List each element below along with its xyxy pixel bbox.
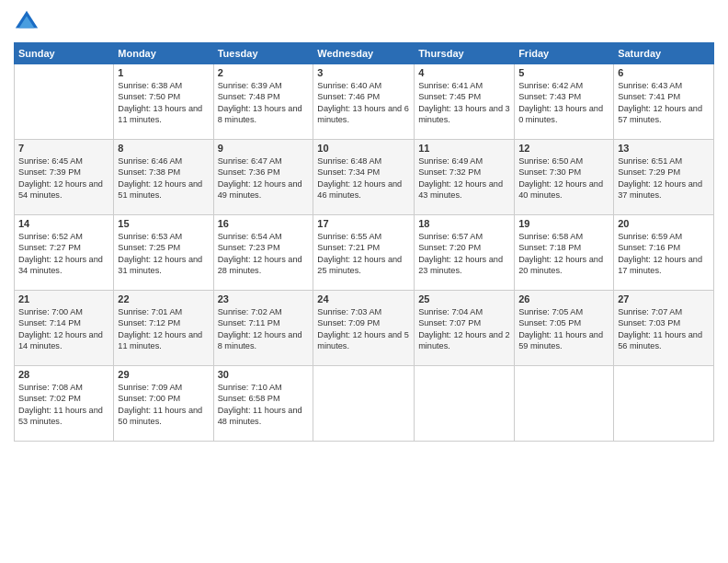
logo [14,9,43,35]
cell-info: Sunrise: 6:38 AMSunset: 7:50 PMDaylight:… [118,80,209,126]
cell-info: Sunrise: 7:00 AMSunset: 7:14 PMDaylight:… [18,306,109,352]
cell-date: 21 [18,293,109,304]
cell-info: Sunrise: 7:10 AMSunset: 6:58 PMDaylight:… [218,382,310,428]
cell-date: 15 [118,218,209,229]
day-header: Monday [114,43,213,64]
calendar-cell: 25 Sunrise: 7:04 AMSunset: 7:07 PMDaylig… [415,291,515,366]
calendar-cell: 13 Sunrise: 6:51 AMSunset: 7:29 PMDaylig… [614,140,714,215]
calendar-week-row: 7 Sunrise: 6:45 AMSunset: 7:39 PMDayligh… [15,140,714,215]
cell-info: Sunrise: 6:45 AMSunset: 7:39 PMDaylight:… [18,155,109,201]
cell-info: Sunrise: 6:50 AMSunset: 7:30 PMDaylight:… [518,155,609,201]
calendar-cell [313,366,415,442]
calendar-cell: 26 Sunrise: 7:05 AMSunset: 7:05 PMDaylig… [515,291,614,366]
cell-info: Sunrise: 6:40 AMSunset: 7:46 PMDaylight:… [317,80,410,126]
cell-info: Sunrise: 7:03 AMSunset: 7:09 PMDaylight:… [317,306,410,352]
cell-date: 3 [317,67,410,78]
calendar-cell: 15 Sunrise: 6:53 AMSunset: 7:25 PMDaylig… [114,215,213,291]
day-header: Thursday [415,43,515,64]
cell-info: Sunrise: 6:58 AMSunset: 7:18 PMDaylight:… [518,231,609,277]
cell-date: 22 [118,293,209,304]
cell-date: 25 [418,293,510,304]
cell-info: Sunrise: 7:07 AMSunset: 7:03 PMDaylight:… [618,306,710,352]
cell-date: 19 [518,218,609,229]
calendar-cell: 29 Sunrise: 7:09 AMSunset: 7:00 PMDaylig… [114,366,213,442]
cell-info: Sunrise: 7:04 AMSunset: 7:07 PMDaylight:… [418,306,510,352]
cell-info: Sunrise: 6:52 AMSunset: 7:27 PMDaylight:… [18,231,109,277]
calendar-cell: 2 Sunrise: 6:39 AMSunset: 7:48 PMDayligh… [213,64,313,140]
calendar-cell: 16 Sunrise: 6:54 AMSunset: 7:23 PMDaylig… [213,215,313,291]
cell-info: Sunrise: 6:55 AMSunset: 7:21 PMDaylight:… [317,231,410,277]
cell-date: 5 [518,67,609,78]
cell-date: 20 [618,218,710,229]
calendar-cell: 4 Sunrise: 6:41 AMSunset: 7:45 PMDayligh… [415,64,515,140]
calendar-cell: 8 Sunrise: 6:46 AMSunset: 7:38 PMDayligh… [114,140,213,215]
cell-date: 16 [218,218,310,229]
cell-date: 13 [618,143,710,154]
calendar-cell [515,366,614,442]
calendar-header-row: SundayMondayTuesdayWednesdayThursdayFrid… [15,43,714,64]
calendar-cell: 11 Sunrise: 6:49 AMSunset: 7:32 PMDaylig… [415,140,515,215]
cell-date: 23 [218,293,310,304]
cell-info: Sunrise: 6:54 AMSunset: 7:23 PMDaylight:… [218,231,310,277]
day-header: Saturday [614,43,714,64]
cell-date: 24 [317,293,410,304]
day-header: Friday [515,43,614,64]
cell-date: 27 [618,293,710,304]
logo-icon [14,9,40,35]
cell-date: 7 [18,143,109,154]
calendar-cell: 10 Sunrise: 6:48 AMSunset: 7:34 PMDaylig… [313,140,415,215]
calendar-week-row: 28 Sunrise: 7:08 AMSunset: 7:02 PMDaylig… [15,366,714,442]
day-header: Tuesday [213,43,313,64]
calendar-container: SundayMondayTuesdayWednesdayThursdayFrid… [0,0,728,563]
cell-info: Sunrise: 6:57 AMSunset: 7:20 PMDaylight:… [418,231,510,277]
calendar-cell: 5 Sunrise: 6:42 AMSunset: 7:43 PMDayligh… [515,64,614,140]
cell-info: Sunrise: 6:42 AMSunset: 7:43 PMDaylight:… [518,80,609,126]
calendar-cell: 6 Sunrise: 6:43 AMSunset: 7:41 PMDayligh… [614,64,714,140]
calendar-cell: 3 Sunrise: 6:40 AMSunset: 7:46 PMDayligh… [313,64,415,140]
day-header: Sunday [15,43,114,64]
cell-info: Sunrise: 6:46 AMSunset: 7:38 PMDaylight:… [118,155,209,201]
cell-date: 8 [118,143,209,154]
calendar-week-row: 14 Sunrise: 6:52 AMSunset: 7:27 PMDaylig… [15,215,714,291]
cell-date: 2 [218,67,310,78]
calendar-cell: 20 Sunrise: 6:59 AMSunset: 7:16 PMDaylig… [614,215,714,291]
calendar-cell: 9 Sunrise: 6:47 AMSunset: 7:36 PMDayligh… [213,140,313,215]
cell-date: 26 [518,293,609,304]
calendar-cell: 12 Sunrise: 6:50 AMSunset: 7:30 PMDaylig… [515,140,614,215]
cell-info: Sunrise: 6:49 AMSunset: 7:32 PMDaylight:… [418,155,510,201]
calendar-cell: 17 Sunrise: 6:55 AMSunset: 7:21 PMDaylig… [313,215,415,291]
cell-date: 11 [418,143,510,154]
calendar-cell: 18 Sunrise: 6:57 AMSunset: 7:20 PMDaylig… [415,215,515,291]
calendar-cell: 23 Sunrise: 7:02 AMSunset: 7:11 PMDaylig… [213,291,313,366]
day-header: Wednesday [313,43,415,64]
calendar-cell: 7 Sunrise: 6:45 AMSunset: 7:39 PMDayligh… [15,140,114,215]
cell-info: Sunrise: 6:59 AMSunset: 7:16 PMDaylight:… [618,231,710,277]
cell-date: 4 [418,67,510,78]
cell-info: Sunrise: 7:02 AMSunset: 7:11 PMDaylight:… [218,306,310,352]
cell-info: Sunrise: 6:43 AMSunset: 7:41 PMDaylight:… [618,80,710,126]
cell-date: 14 [18,218,109,229]
calendar-cell: 1 Sunrise: 6:38 AMSunset: 7:50 PMDayligh… [114,64,213,140]
cell-date: 30 [218,369,310,380]
cell-info: Sunrise: 6:48 AMSunset: 7:34 PMDaylight:… [317,155,410,201]
cell-date: 17 [317,218,410,229]
calendar-cell: 19 Sunrise: 6:58 AMSunset: 7:18 PMDaylig… [515,215,614,291]
calendar-cell: 30 Sunrise: 7:10 AMSunset: 6:58 PMDaylig… [213,366,313,442]
cell-date: 18 [418,218,510,229]
cell-date: 10 [317,143,410,154]
calendar-cell: 14 Sunrise: 6:52 AMSunset: 7:27 PMDaylig… [15,215,114,291]
calendar-cell: 24 Sunrise: 7:03 AMSunset: 7:09 PMDaylig… [313,291,415,366]
cell-info: Sunrise: 6:41 AMSunset: 7:45 PMDaylight:… [418,80,510,126]
cell-info: Sunrise: 7:09 AMSunset: 7:00 PMDaylight:… [118,382,209,428]
calendar-cell: 21 Sunrise: 7:00 AMSunset: 7:14 PMDaylig… [15,291,114,366]
cell-date: 9 [218,143,310,154]
calendar-week-row: 21 Sunrise: 7:00 AMSunset: 7:14 PMDaylig… [15,291,714,366]
cell-info: Sunrise: 7:01 AMSunset: 7:12 PMDaylight:… [118,306,209,352]
calendar-cell [614,366,714,442]
calendar-week-row: 1 Sunrise: 6:38 AMSunset: 7:50 PMDayligh… [15,64,714,140]
cell-date: 29 [118,369,209,380]
calendar-cell: 22 Sunrise: 7:01 AMSunset: 7:12 PMDaylig… [114,291,213,366]
calendar-cell [415,366,515,442]
cell-date: 6 [618,67,710,78]
cell-info: Sunrise: 7:08 AMSunset: 7:02 PMDaylight:… [18,382,109,428]
